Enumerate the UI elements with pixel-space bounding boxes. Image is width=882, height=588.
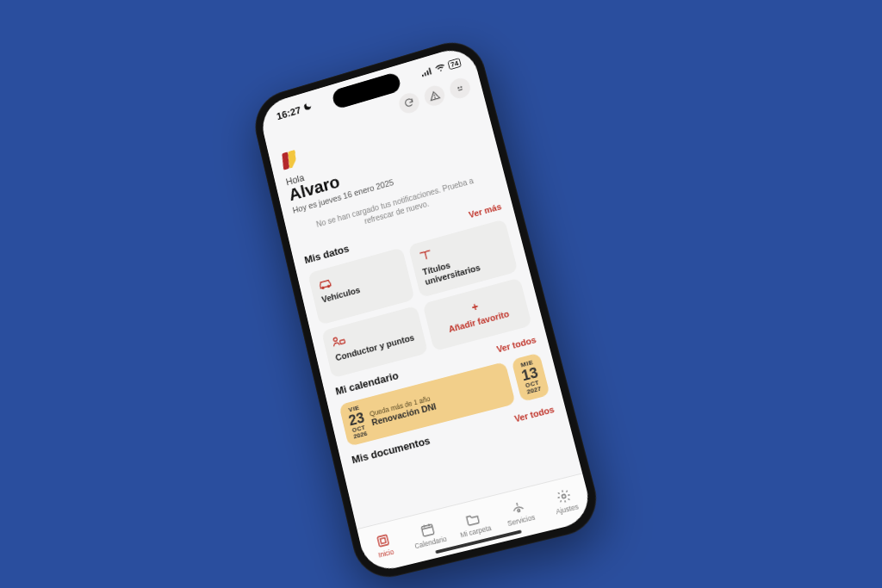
svg-point-21 (562, 493, 566, 498)
services-icon (509, 498, 527, 516)
calendar-card-dni[interactable]: VIE 23 OCT 2026 Queda más de 1 año Renov… (339, 362, 515, 446)
phone-frame: 16:27 74 (249, 34, 605, 584)
svg-line-18 (428, 523, 429, 526)
tab-calendar[interactable]: Calendario (405, 517, 452, 551)
svg-point-7 (458, 87, 459, 88)
svg-rect-15 (421, 523, 434, 535)
svg-point-6 (435, 97, 436, 98)
plus-icon: + (470, 300, 479, 313)
svg-point-11 (333, 337, 338, 342)
home-icon (375, 531, 392, 548)
svg-rect-14 (380, 537, 386, 543)
calendar-icon (419, 520, 436, 538)
svg-point-19 (517, 508, 519, 511)
tab-folder[interactable]: Mi carpeta (450, 505, 498, 540)
screen: 16:27 74 (258, 43, 594, 574)
section-title-my-data: Mis datos (303, 242, 350, 265)
svg-line-5 (434, 94, 435, 96)
svg-line-20 (517, 502, 518, 504)
tab-label: Mi carpeta (459, 523, 492, 538)
moon-icon (302, 100, 314, 114)
svg-rect-13 (377, 534, 388, 546)
signal-icon (420, 65, 433, 78)
svg-rect-2 (426, 70, 429, 75)
link-see-more[interactable]: Ver más (468, 201, 502, 220)
calendar-card-next[interactable]: MIE 13 OCT 2027 (511, 352, 550, 401)
svg-point-8 (461, 86, 462, 87)
svg-point-4 (440, 69, 442, 71)
calendar-date: MIE 13 OCT 2027 (519, 359, 543, 395)
status-time: 16:27 (276, 103, 302, 121)
wifi-icon (433, 60, 446, 74)
battery-indicator: 74 (447, 58, 462, 70)
svg-rect-12 (340, 339, 345, 344)
svg-rect-0 (422, 74, 424, 77)
folder-icon (463, 509, 481, 527)
gear-icon (555, 486, 573, 504)
svg-line-17 (424, 524, 425, 527)
tab-label: Servicios (506, 512, 536, 527)
svg-rect-3 (429, 67, 432, 74)
calendar-date: VIE 23 OCT 2026 (346, 404, 369, 440)
tab-home[interactable]: Inicio (361, 528, 408, 561)
tab-services[interactable]: Servicios (495, 494, 543, 529)
link-see-all-calendar[interactable]: Ver todos (495, 335, 537, 355)
tab-settings[interactable]: Ajustes (540, 483, 589, 517)
link-see-all-documents[interactable]: Ver todos (513, 404, 555, 424)
svg-rect-1 (424, 71, 425, 75)
